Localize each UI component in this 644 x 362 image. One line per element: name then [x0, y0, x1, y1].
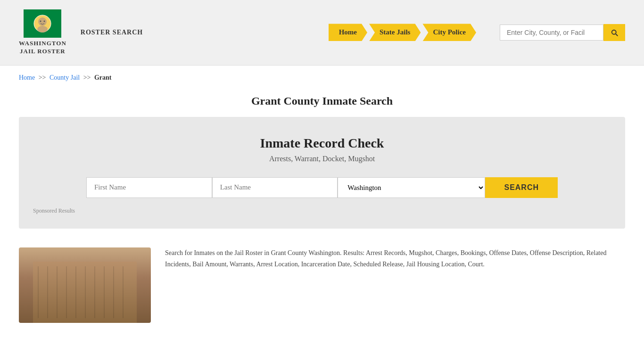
state-select[interactable]: AlabamaAlaskaArizonaArkansasCaliforniaCo…	[338, 177, 485, 198]
header-search-button[interactable]	[603, 24, 625, 41]
inmate-record-subtitle: Arrests, Warrant, Docket, Mugshot	[33, 155, 611, 163]
site-logo[interactable]: WASHINGTON JAIL ROSTER	[19, 9, 66, 56]
main-nav: Home State Jails City Police	[329, 24, 476, 41]
nav-city-police[interactable]: City Police	[422, 24, 476, 41]
building-illustration	[33, 262, 137, 323]
breadcrumb-current: Grant	[94, 74, 112, 81]
svg-point-2	[38, 17, 47, 26]
breadcrumb-county-jail[interactable]: County Jail	[50, 74, 80, 81]
nav-state-jails[interactable]: State Jails	[369, 24, 421, 41]
bottom-section: Search for Inmates on the Jail Roster in…	[0, 243, 644, 342]
breadcrumb: Home >> County Jail >> Grant	[0, 66, 644, 90]
description-text: Search for Inmates on the Jail Roster in…	[165, 247, 625, 323]
site-title: WASHINGTON JAIL ROSTER	[19, 40, 66, 56]
header-search-bar	[500, 24, 625, 41]
breadcrumb-sep-1: >>	[39, 74, 46, 81]
search-icon	[610, 28, 619, 37]
sponsored-label: Sponsored Results	[33, 207, 611, 214]
last-name-input[interactable]	[212, 177, 338, 198]
svg-point-3	[37, 26, 48, 33]
page-title: Grant County Inmate Search	[19, 95, 625, 107]
inmate-search-box: Inmate Record Check Arrests, Warrant, Do…	[19, 117, 625, 229]
inmate-search-button[interactable]: SEARCH	[485, 177, 558, 198]
header-search-input[interactable]	[500, 25, 603, 41]
svg-point-5	[44, 21, 45, 22]
jail-image	[19, 247, 151, 323]
header: WASHINGTON JAIL ROSTER ROSTER SEARCH Hom…	[0, 0, 644, 66]
jail-image-inner	[19, 247, 151, 323]
page-title-wrap: Grant County Inmate Search	[0, 90, 644, 117]
logo-flag-icon	[24, 9, 61, 38]
inmate-record-title: Inmate Record Check	[33, 136, 611, 151]
first-name-input[interactable]	[86, 177, 212, 198]
nav-home[interactable]: Home	[329, 24, 367, 41]
svg-point-4	[40, 21, 41, 22]
inmate-search-form: AlabamaAlaskaArizonaArkansasCaliforniaCo…	[86, 177, 558, 198]
breadcrumb-sep-2: >>	[83, 74, 91, 81]
roster-search-label: ROSTER SEARCH	[81, 29, 143, 36]
breadcrumb-home[interactable]: Home	[19, 74, 35, 81]
